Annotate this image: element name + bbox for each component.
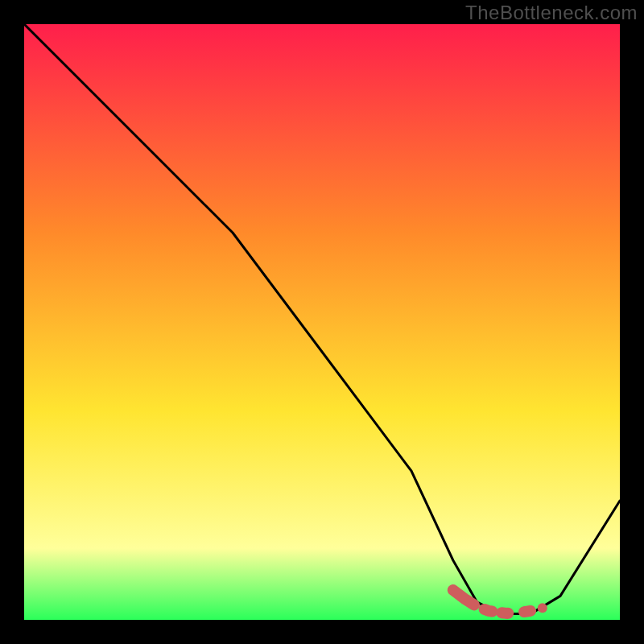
chart-frame: TheBottleneck.com bbox=[0, 0, 644, 644]
plot-area bbox=[24, 24, 620, 620]
watermark-text: TheBottleneck.com bbox=[465, 2, 638, 24]
chart-svg bbox=[24, 24, 620, 620]
optimal-zone-dot bbox=[538, 603, 547, 613]
